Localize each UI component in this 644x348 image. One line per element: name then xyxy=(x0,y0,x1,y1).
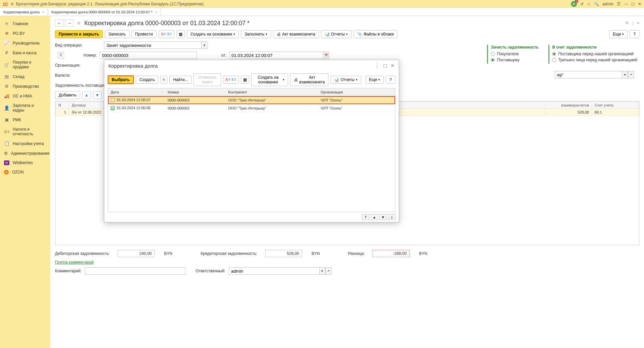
list-item[interactable]: 01.03.2024 12:00:070000-000003ООО "Трио … xyxy=(108,96,395,104)
radio-buyer[interactable]: Покупателя xyxy=(491,52,538,56)
select-button[interactable]: Выбрать xyxy=(108,75,134,84)
op-type-input[interactable] xyxy=(104,42,201,49)
main-menu-icon[interactable]: ≡ xyxy=(11,2,13,6)
notification-icon[interactable]: ✔ xyxy=(571,1,577,7)
responsible-open-icon[interactable]: ↗ xyxy=(325,267,331,275)
maximize-icon[interactable]: ◻ xyxy=(631,2,635,6)
tab-bar: Корректировка долга × Корректировка долг… xyxy=(0,8,644,16)
tab-close-icon[interactable]: × xyxy=(42,10,44,14)
nav-down-button[interactable]: ▼ xyxy=(379,214,387,220)
history-icon[interactable]: ↺ xyxy=(580,2,584,6)
number-label: Номер: xyxy=(77,53,97,58)
kebab-icon[interactable]: ⋮ xyxy=(631,21,635,25)
dt-kt-icon[interactable]: АᴛКᴛ xyxy=(159,30,174,38)
modal-maximize-icon[interactable]: ◻ xyxy=(383,63,387,69)
search-icon[interactable]: 🔍 xyxy=(594,2,599,6)
radio-thirdparty-us[interactable]: Третьего лица перед нашей организацией xyxy=(552,58,637,62)
radio-supplier[interactable]: Поставщику xyxy=(491,58,538,62)
number-input[interactable] xyxy=(100,52,197,59)
sidebar-item-assets[interactable]: 🚚ОС и НМА xyxy=(0,91,50,101)
sidebar-item-wildberries[interactable]: WWildberries xyxy=(0,158,50,167)
reports-button[interactable]: 📊 Отчеты ▾ xyxy=(321,30,352,38)
responsible-dd-icon[interactable]: ▾ xyxy=(319,267,325,275)
document-toolbar: Провести и закрыть Записать Провести АᴛК… xyxy=(55,30,639,38)
sidebar-item-main[interactable]: ≡Главное xyxy=(0,19,50,28)
structure-icon[interactable]: ▦ xyxy=(176,30,185,38)
sidebar-item-admin[interactable]: ✿Администрирование xyxy=(0,148,50,158)
forward-button[interactable]: → xyxy=(65,19,73,27)
modal-more-button[interactable]: Еще ▾ xyxy=(365,76,384,84)
modal-offset-act-button[interactable]: 🖨 Акт взаимозачета xyxy=(290,73,328,86)
modal-close-icon[interactable]: ✕ xyxy=(390,63,395,69)
sidebar-item-taxes[interactable]: AᴛНалоги и отчетность xyxy=(0,125,50,139)
sidebar-item-warehouse[interactable]: ▤Склад xyxy=(0,72,50,81)
truck-icon: 🚚 xyxy=(4,93,9,98)
sidebar-item-settings[interactable]: 📋Настройки учета xyxy=(0,139,50,148)
structure-button[interactable]: ▦ xyxy=(241,76,249,84)
col-n[interactable]: N xyxy=(56,102,69,109)
sidebar-item-manager[interactable]: 📈Руководителю xyxy=(0,38,50,48)
tab-close-icon[interactable]: × xyxy=(155,10,157,14)
post-button[interactable]: Провести xyxy=(131,30,157,38)
sidebar-item-poby[interactable]: ✻РО.BY xyxy=(0,28,50,38)
move-down-button[interactable]: ▼ xyxy=(93,91,102,99)
favorite-icon[interactable]: ☆ xyxy=(587,2,591,6)
radio-supplier-us[interactable]: Поставщика перед нашей организацией xyxy=(552,52,637,56)
partial-input[interactable] xyxy=(555,71,622,78)
col-number[interactable]: Номер xyxy=(165,88,225,96)
col-date[interactable]: Дата↑ xyxy=(108,88,165,96)
create-based-button[interactable]: Создать на основании ▾ xyxy=(187,30,239,38)
sidebar-item-ozon[interactable]: OOZON xyxy=(0,167,50,177)
dtkt-button[interactable]: АᴛКᴛ xyxy=(223,76,239,84)
nav-bottom-button[interactable]: ⤓ xyxy=(388,214,395,220)
sidebar-item-hr[interactable]: 👤Зарплата и кадры xyxy=(0,101,50,115)
copy-button[interactable]: ⎘ xyxy=(160,76,167,84)
help-button[interactable]: ? xyxy=(630,30,639,38)
modal-reports-button[interactable]: 📊 Отчеты ▾ xyxy=(330,76,361,84)
sidebar-item-sales[interactable]: 🛒Покупки и продажи xyxy=(0,58,50,72)
op-type-dropdown-icon[interactable]: ▾ xyxy=(201,42,207,49)
back-button[interactable]: ← xyxy=(55,19,64,27)
favorite-toggle-icon[interactable]: ★ xyxy=(76,19,82,27)
col-settle[interactable]: взаиморасчетов xyxy=(545,102,592,109)
list-item[interactable]: 01.03.2024 12:00:060000-000002ООО "Трио … xyxy=(108,104,395,112)
col-org[interactable]: Организация xyxy=(318,88,395,96)
settings-icon[interactable]: ☰ xyxy=(617,2,621,6)
nav-top-button[interactable]: ⤒ xyxy=(362,214,369,220)
close-app-icon[interactable]: ✕ xyxy=(638,2,641,6)
sidebar-item-pos[interactable]: ▣РМК xyxy=(0,115,50,125)
link-icon[interactable]: ⇱ xyxy=(626,21,629,25)
move-up-button[interactable]: ▲ xyxy=(82,91,91,99)
nav-up-button[interactable]: ▲ xyxy=(371,214,378,220)
tab-document[interactable]: Корректировка долга 0000-000003 от 01.03… xyxy=(48,8,161,16)
add-row-button[interactable]: Добавить xyxy=(55,91,80,99)
calendar-icon[interactable]: 📅 xyxy=(323,52,329,59)
close-page-icon[interactable]: × xyxy=(637,21,639,25)
modal-help-button[interactable]: ? xyxy=(386,76,395,84)
more-button[interactable]: Еще ▾ xyxy=(609,30,628,38)
sidebar-item-bank[interactable]: ₽Банк и касса xyxy=(0,48,50,58)
date-input[interactable] xyxy=(229,52,323,59)
create-button[interactable]: Создать xyxy=(136,76,159,84)
col-contragent[interactable]: Контрагент xyxy=(225,88,318,96)
group-comment-link[interactable]: Группа комментарий xyxy=(55,260,94,265)
cancel-find-button[interactable]: Отменить поиск xyxy=(194,73,221,86)
user-label[interactable]: admin xyxy=(602,2,613,6)
barcode-icon[interactable]: ⠿ xyxy=(58,52,64,59)
partial-dd-icon[interactable]: ▾ xyxy=(622,71,628,78)
offset-act-button[interactable]: 🖨 Акт взаимозачета xyxy=(273,30,319,38)
modal-create-based-button[interactable]: Создать на основании ▾ xyxy=(251,73,288,86)
col-acct[interactable]: Счет учета xyxy=(592,102,639,109)
minimize-icon[interactable]: — xyxy=(624,2,628,6)
modal-kebab-icon[interactable]: ⋮ xyxy=(375,63,380,69)
comment-input[interactable] xyxy=(85,267,185,275)
post-close-button[interactable]: Провести и закрыть xyxy=(55,30,103,38)
write-button[interactable]: Записать xyxy=(105,30,129,38)
responsible-input[interactable] xyxy=(229,267,319,275)
sidebar-item-production[interactable]: ⚙Производство xyxy=(0,81,50,91)
fill-button[interactable]: Заполнить ▾ xyxy=(241,30,271,38)
tab-list[interactable]: Корректировка долга × xyxy=(0,8,48,16)
cloud-files-button[interactable]: 📎 Файлы в облаке xyxy=(354,30,397,38)
partial-open-icon[interactable]: ↗ xyxy=(628,71,634,78)
find-button[interactable]: Найти... xyxy=(169,76,192,84)
